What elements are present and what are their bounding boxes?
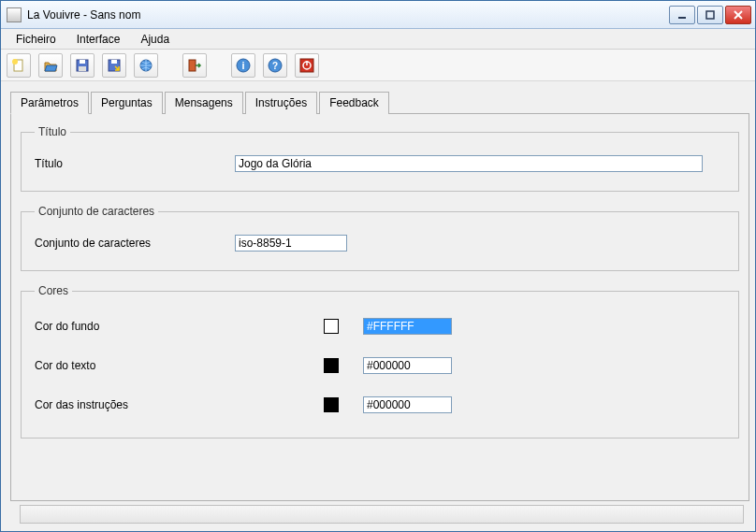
legend-titulo: Título [35, 125, 70, 138]
menubar: Ficheiro Interface Ajuda [1, 29, 755, 50]
save-icon [75, 58, 90, 73]
globe-icon [138, 58, 153, 73]
tab-parametros[interactable]: Parâmetros [10, 92, 89, 114]
toolbar-saveas[interactable] [102, 53, 126, 78]
maximize-icon [705, 10, 715, 20]
statusbar [20, 505, 744, 524]
content-area: Parâmetros Perguntas Mensagens Instruçõe… [1, 81, 755, 531]
close-button[interactable] [725, 6, 751, 24]
toolbar-exit[interactable] [182, 53, 207, 78]
toolbar-power[interactable] [295, 53, 319, 78]
input-charset[interactable] [235, 235, 347, 252]
legend-charset: Conjunto de caracteres [35, 205, 158, 218]
label-charset: Conjunto de caracteres [35, 237, 222, 250]
input-cor-instrucoes[interactable] [363, 396, 452, 413]
menu-ajuda[interactable]: Ajuda [131, 31, 179, 48]
group-titulo: Título Título [21, 125, 739, 192]
input-titulo[interactable] [235, 155, 703, 172]
tab-perguntas[interactable]: Perguntas [91, 92, 163, 114]
input-cor-fundo[interactable]: #FFFFFF [363, 318, 452, 335]
toolbar: i ? [1, 50, 755, 81]
open-icon [43, 58, 58, 73]
toolbar-save[interactable] [70, 53, 94, 78]
app-window: La Vouivre - Sans nom Ficheiro Interface… [0, 0, 756, 532]
app-icon [7, 7, 22, 22]
svg-text:?: ? [272, 61, 278, 71]
tab-panel-parametros: Título Título Conjunto de caracteres Con… [10, 113, 749, 501]
new-icon [11, 58, 26, 73]
window-title: La Vouivre - Sans nom [27, 8, 669, 22]
toolbar-new[interactable] [7, 53, 31, 78]
tab-strip: Parâmetros Perguntas Mensagens Instruçõe… [10, 91, 749, 113]
input-cor-texto[interactable] [363, 357, 452, 374]
tab-instrucoes[interactable]: Instruções [245, 92, 317, 114]
toolbar-info[interactable]: i [231, 53, 255, 78]
swatch-cor-instrucoes[interactable] [324, 397, 339, 412]
menu-ficheiro[interactable]: Ficheiro [7, 31, 65, 48]
toolbar-help[interactable]: ? [263, 53, 287, 78]
power-icon [299, 58, 314, 73]
help-icon: ? [268, 58, 283, 73]
toolbar-web[interactable] [134, 53, 158, 78]
maximize-button[interactable] [697, 6, 723, 24]
label-cor-fundo: Cor do fundo [35, 320, 222, 333]
svg-rect-1 [706, 11, 714, 19]
info-icon: i [236, 58, 251, 73]
menu-interface[interactable]: Interface [67, 31, 130, 48]
saveas-icon [107, 58, 122, 73]
svg-point-5 [12, 59, 18, 65]
svg-rect-8 [79, 66, 86, 71]
swatch-cor-texto[interactable] [324, 358, 339, 373]
legend-cores: Cores [35, 284, 72, 297]
tab-feedback[interactable]: Feedback [319, 92, 389, 114]
label-titulo: Título [35, 157, 222, 170]
toolbar-open[interactable] [38, 53, 63, 78]
label-cor-texto: Cor do texto [35, 359, 222, 372]
svg-text:i: i [241, 60, 244, 71]
label-cor-instrucoes: Cor das instruções [35, 398, 222, 411]
exit-icon [187, 58, 202, 73]
svg-rect-12 [189, 60, 196, 71]
swatch-cor-fundo[interactable] [324, 319, 339, 334]
minimize-icon [677, 10, 687, 20]
group-cores: Cores Cor do fundo #FFFFFF Cor do texto … [21, 284, 739, 439]
titlebar: La Vouivre - Sans nom [1, 1, 755, 29]
tab-mensagens[interactable]: Mensagens [165, 92, 243, 114]
group-charset: Conjunto de caracteres Conjunto de carac… [21, 205, 739, 271]
minimize-button[interactable] [669, 6, 695, 24]
svg-rect-7 [80, 60, 85, 64]
svg-rect-10 [111, 60, 117, 64]
close-icon [734, 10, 743, 20]
